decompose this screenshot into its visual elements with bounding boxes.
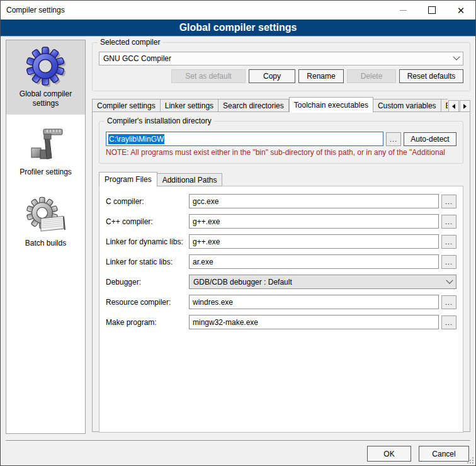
debugger-label: Debugger: (106, 278, 186, 287)
maximize-button[interactable] (417, 1, 446, 20)
page-title: Global compiler settings (1, 20, 475, 37)
tab-search-directories[interactable]: Search directories (218, 99, 289, 112)
ok-button[interactable]: OK (367, 446, 411, 462)
sidebar-item-batch-builds[interactable]: Batch builds (6, 183, 85, 254)
blue-gear-icon (26, 47, 66, 87)
field-row-static-linker: Linker for static libs: ... (106, 254, 456, 269)
debugger-select-value: GDB/CDB debugger : Default (193, 278, 447, 287)
cpp-compiler-browse-button[interactable]: ... (441, 215, 456, 229)
static-linker-label: Linker for static libs: (106, 258, 186, 266)
tab-compiler-settings[interactable]: Compiler settings (92, 99, 161, 112)
settings-sidebar: Global compiler settings P (6, 40, 86, 434)
set-as-default-button: Set as default (171, 69, 246, 83)
sidebar-item-label: Batch builds (9, 239, 82, 248)
compiler-select-value: GNU GCC Compiler (103, 54, 454, 63)
c-compiler-browse-button[interactable]: ... (441, 195, 456, 208)
subtab-program-files[interactable]: Program Files (99, 172, 157, 187)
close-button[interactable]: ✕ (446, 1, 475, 20)
dynamic-linker-input[interactable] (189, 234, 439, 249)
cancel-button[interactable]: Cancel (419, 446, 469, 462)
installation-directory-group: Compiler's installation directory C:\ray… (99, 121, 463, 164)
rename-button[interactable]: Rename (298, 69, 344, 83)
caption-buttons: ✕ (388, 1, 475, 20)
field-row-cpp-compiler: C++ compiler: ... (106, 214, 456, 229)
delete-button: Delete (347, 69, 396, 83)
compiler-buttons-row: Set as default Copy Rename Delete Reset … (93, 65, 470, 83)
static-linker-input[interactable] (189, 254, 439, 269)
debugger-select[interactable]: GDB/CDB debugger : Default (189, 275, 456, 289)
dynamic-linker-browse-button[interactable]: ... (441, 235, 456, 249)
cpp-compiler-input[interactable] (189, 214, 439, 229)
installation-directory-input[interactable]: C:\raylib\MinGW (106, 132, 383, 146)
selected-compiler-group: Selected compiler GNU GCC Compiler Set a… (92, 42, 470, 91)
sidebar-item-profiler-settings[interactable]: Profiler settings (6, 115, 85, 183)
minimize-button[interactable] (388, 1, 417, 20)
chevron-down-icon (453, 54, 460, 60)
dynamic-linker-label: Linker for dynamic libs: (106, 237, 186, 246)
browse-directory-button[interactable]: ... (386, 132, 401, 146)
titlebar: Compiler settings ✕ (1, 1, 475, 20)
compiler-select[interactable]: GNU GCC Compiler (99, 52, 463, 65)
installation-directory-legend: Compiler's installation directory (105, 116, 214, 125)
tab-linker-settings[interactable]: Linker settings (161, 99, 218, 112)
subtab-additional-paths[interactable]: Additional Paths (157, 173, 223, 186)
bin-subdirectory-note: NOTE: All programs must exist either in … (106, 148, 456, 157)
c-compiler-input[interactable] (189, 194, 439, 208)
compiler-settings-dialog: Compiler settings ✕ Global compiler sett… (0, 0, 476, 466)
close-icon: ✕ (457, 6, 465, 15)
toolchain-executables-panel: Compiler's installation directory C:\ray… (92, 111, 470, 432)
field-row-c-compiler: C compiler: ... (106, 194, 456, 208)
resource-compiler-input[interactable] (189, 295, 439, 309)
tab-scroll-right-button[interactable] (460, 100, 470, 112)
minimize-icon (400, 10, 407, 11)
left-arrow-icon (452, 104, 455, 109)
installation-directory-row: C:\raylib\MinGW ... Auto-detect (106, 132, 456, 146)
footer-buttons: OK Cancel (367, 446, 469, 462)
tab-build-options-clipped[interactable]: Builc (441, 99, 448, 112)
static-linker-browse-button[interactable]: ... (441, 255, 456, 269)
window-title: Compiler settings (1, 6, 65, 14)
field-row-debugger: Debugger: GDB/CDB debugger : Default (106, 275, 456, 289)
resource-compiler-label: Resource compiler: (106, 298, 186, 307)
auto-detect-button[interactable]: Auto-detect (404, 132, 456, 146)
tab-toolchain-executables[interactable]: Toolchain executables (289, 97, 373, 113)
make-program-browse-button[interactable]: ... (441, 315, 456, 329)
tab-scroll-left-button[interactable] (448, 100, 459, 112)
make-program-input[interactable] (189, 315, 439, 329)
sidebar-item-label: Profiler settings (9, 168, 82, 177)
field-row-make-program: Make program: ... (106, 315, 456, 329)
tab-custom-variables[interactable]: Custom variables (373, 99, 441, 112)
main-panel: Selected compiler GNU GCC Compiler Set a… (92, 40, 470, 432)
maximize-icon (428, 6, 436, 14)
program-files-tabstrip: Program Files Additional Paths (99, 171, 463, 186)
footer-divider (6, 440, 470, 441)
program-files-panel: C compiler: ... C++ compiler: ... Linker… (99, 186, 463, 433)
tab-scroll-arrows (448, 100, 470, 112)
batch-builds-icon (26, 196, 66, 236)
c-compiler-label: C compiler: (106, 197, 186, 206)
right-arrow-icon (463, 104, 467, 109)
settings-tabstrip: Compiler settings Linker settings Search… (92, 96, 470, 112)
caliper-icon (26, 125, 66, 165)
chevron-down-icon (446, 276, 453, 283)
cpp-compiler-label: C++ compiler: (106, 217, 186, 226)
reset-defaults-button[interactable]: Reset defaults (399, 69, 463, 83)
selected-compiler-legend: Selected compiler (98, 38, 162, 47)
sidebar-item-global-compiler-settings[interactable]: Global compiler settings (6, 40, 85, 115)
sidebar-item-label: Global compiler settings (9, 89, 82, 108)
field-row-dynamic-linker: Linker for dynamic libs: ... (106, 234, 456, 249)
copy-button[interactable]: Copy (249, 69, 295, 83)
resource-compiler-browse-button[interactable]: ... (441, 295, 456, 309)
installation-directory-value: C:\raylib\MinGW (108, 134, 164, 144)
make-program-label: Make program: (106, 318, 186, 327)
resize-grip[interactable] (466, 456, 474, 464)
field-row-resource-compiler: Resource compiler: ... (106, 295, 456, 309)
